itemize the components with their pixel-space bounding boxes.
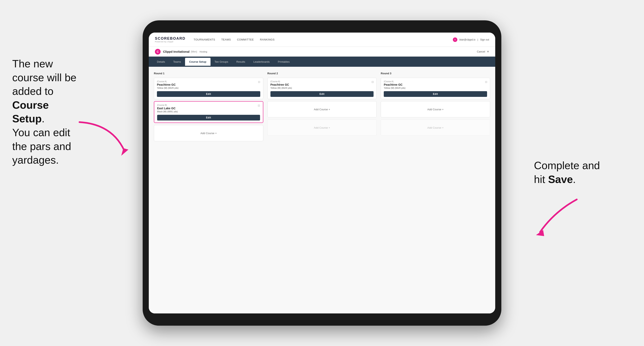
round2-course-a-label: (Course A): [270, 80, 374, 83]
nav-tournaments[interactable]: TOURNAMENTS: [194, 37, 215, 42]
tablet-frame: SCOREBOARD Powered by clippd TOURNAMENTS…: [143, 20, 501, 326]
tournament-gender: (Men): [191, 50, 197, 53]
round-2-title: Round 2: [268, 72, 377, 75]
round2-course-a-tee: Yellow (M) (6629 yds): [270, 87, 374, 89]
tab-printables[interactable]: Printables: [274, 58, 294, 66]
tournament-header: C Clippd Invitational (Men) Hosting Canc…: [149, 47, 495, 57]
round2-course-a-action-icon[interactable]: ⊡: [371, 80, 374, 84]
round-2-column: Round 2 ⊡ (Course A) Peachtree GC Yellow…: [268, 72, 377, 141]
tab-results[interactable]: Results: [232, 58, 249, 66]
nav-email: blair@clippd.io: [459, 38, 476, 41]
round3-add-course-disabled: Add Course +: [381, 120, 490, 136]
round2-add-course-disabled: Add Course +: [268, 120, 377, 136]
tab-course-setup[interactable]: Course Setup: [185, 58, 210, 66]
round3-add-course-disabled-label: Add Course +: [427, 126, 444, 129]
round2-add-course-button[interactable]: Add Course +: [268, 101, 377, 117]
round1-course-b-action-icon[interactable]: ⊡: [257, 104, 261, 107]
main-content: Round 1 ⊡ (Course A) Peachtree GC Yellow…: [149, 67, 495, 314]
round3-course-a-card: ⊡ (Course A) Peachtree GC Yellow (M) (66…: [381, 78, 490, 99]
round2-course-a-name: Peachtree GC: [270, 83, 374, 86]
top-nav: SCOREBOARD Powered by clippd TOURNAMENTS…: [149, 32, 495, 47]
round3-course-a-edit-button[interactable]: Edit: [384, 91, 487, 97]
round3-course-a-tee: Yellow (M) (6629 yds): [384, 87, 487, 89]
arrow-right-icon: [524, 195, 585, 240]
round1-course-b-card: ⊡ (Course B) East Lake GC Black (M) (689…: [154, 101, 263, 123]
tournament-logo: C: [155, 49, 160, 54]
round3-course-a-name: Peachtree GC: [384, 83, 487, 86]
tab-details[interactable]: Details: [153, 58, 169, 66]
tabs-bar: Details Teams Course Setup Tee Groups Re…: [149, 57, 495, 67]
nav-teams[interactable]: TEAMS: [221, 37, 231, 42]
round3-add-course-button[interactable]: Add Course +: [381, 101, 490, 117]
round2-add-course-active-label: Add Course +: [314, 108, 330, 111]
round1-course-b-edit-button[interactable]: Edit: [157, 115, 260, 121]
nav-right: b blair@clippd.io | Sign out: [453, 37, 489, 42]
round1-course-a-label: (Course A): [157, 80, 260, 83]
round1-course-a-tee: Yellow (M) (6629 yds): [157, 87, 260, 89]
nav-avatar: b: [453, 37, 457, 42]
round-1-title: Round 1: [154, 72, 263, 75]
tablet-screen: SCOREBOARD Powered by clippd TOURNAMENTS…: [149, 32, 495, 314]
round1-course-a-name: Peachtree GC: [157, 83, 260, 86]
round1-add-course-label: Add Course +: [200, 132, 217, 135]
round1-course-b-tee: Black (M) (6891 yds): [157, 110, 260, 113]
nav-committee[interactable]: COMMITTEE: [237, 37, 254, 42]
round3-course-a-label: (Course A): [384, 80, 487, 83]
cancel-button[interactable]: Cancel ✕: [477, 50, 489, 53]
cancel-icon: ✕: [487, 50, 489, 53]
nav-links: TOURNAMENTS TEAMS COMMITTEE RANKINGS: [194, 37, 453, 42]
round3-course-a-action-icon[interactable]: ⊡: [484, 80, 488, 84]
round1-course-a-action-icon[interactable]: ⊡: [258, 80, 261, 84]
logo-subtitle: Powered by clippd: [155, 41, 186, 43]
round1-course-b-label: (Course B): [157, 104, 260, 106]
logo-title: SCOREBOARD: [155, 36, 186, 41]
tab-teams[interactable]: Teams: [169, 58, 185, 66]
tournament-badge: Hosting: [200, 50, 207, 53]
annotation-left: The new course will be added to Course S…: [12, 57, 82, 167]
tab-leaderboards[interactable]: Leaderboards: [249, 58, 274, 66]
round-3-column: Round 3 ⊡ (Course A) Peachtree GC Yellow…: [381, 72, 490, 141]
svg-marker-0: [121, 148, 128, 156]
round1-course-a-card: ⊡ (Course A) Peachtree GC Yellow (M) (66…: [154, 78, 263, 99]
round2-course-a-edit-button[interactable]: Edit: [270, 91, 374, 97]
tab-tee-groups[interactable]: Tee Groups: [210, 58, 232, 66]
annotation-right: Complete and hit Save.: [534, 159, 603, 186]
scoreboard-logo: SCOREBOARD Powered by clippd: [155, 36, 186, 43]
round-3-title: Round 3: [381, 72, 490, 75]
round3-add-course-active-label: Add Course +: [427, 108, 444, 111]
round1-course-a-edit-button[interactable]: Edit: [157, 91, 260, 97]
nav-rankings[interactable]: RANKINGS: [260, 37, 274, 42]
nav-separator: |: [478, 38, 478, 41]
sign-out-link[interactable]: Sign out: [480, 38, 489, 41]
tournament-name: Clippd Invitational: [163, 50, 190, 53]
round-1-column: Round 1 ⊡ (Course A) Peachtree GC Yellow…: [154, 72, 263, 141]
rounds-grid: Round 1 ⊡ (Course A) Peachtree GC Yellow…: [154, 72, 490, 141]
round2-course-a-card: ⊡ (Course A) Peachtree GC Yellow (M) (66…: [268, 78, 377, 99]
round2-add-course-disabled-label: Add Course +: [314, 126, 330, 129]
round1-add-course-button[interactable]: Add Course +: [154, 125, 263, 141]
arrow-left-icon: [71, 118, 132, 159]
round1-course-b-name: East Lake GC: [157, 107, 260, 110]
